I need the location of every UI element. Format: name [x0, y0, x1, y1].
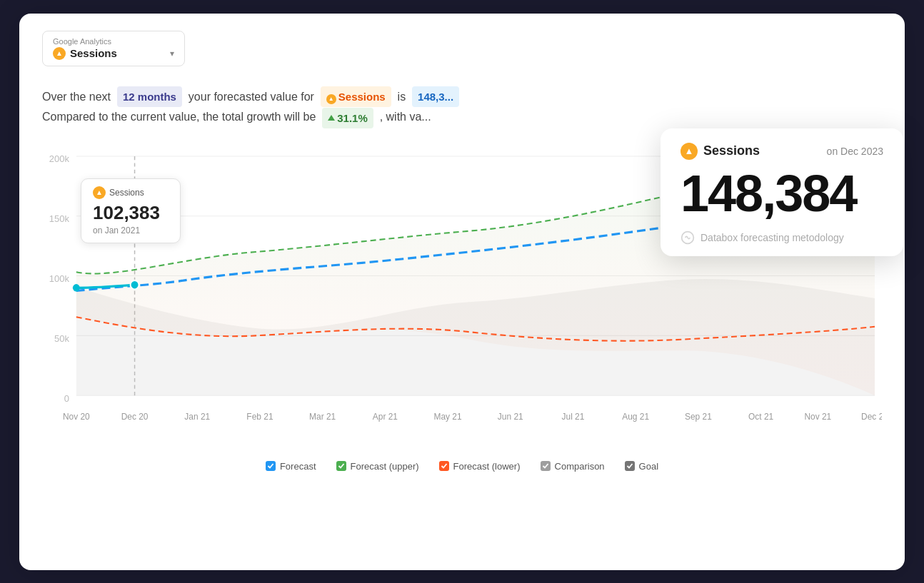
svg-text:Oct 21: Oct 21 [748, 411, 773, 421]
forecast-line1-is: is [398, 91, 406, 103]
svg-text:Sep 21: Sep 21 [685, 411, 712, 421]
forecast-line2-pre: Compared to the current value, the total… [42, 111, 316, 123]
forecast-line1-mid: your forecasted value for [189, 91, 314, 103]
legend-forecast-label: Forecast [280, 461, 316, 472]
svg-text:Feb 21: Feb 21 [246, 411, 273, 421]
forecast-value-pill: 148,3... [412, 86, 459, 107]
forecast-line1-pre: Over the next [42, 91, 111, 103]
svg-point-12 [73, 284, 80, 291]
tooltip-left: ▲ Sessions 102,383 on Jan 2021 [81, 178, 181, 243]
tooltip-right-header: ▲ Sessions on Dec 2023 [681, 143, 883, 160]
svg-text:Nov 21: Nov 21 [804, 411, 831, 421]
metric-dropdown[interactable]: Google Analytics ▲ Sessions ▾ [42, 31, 185, 66]
tooltip-right: ▲ Sessions on Dec 2023 148,384 Databox f… [661, 128, 903, 256]
svg-text:Dec 20: Dec 20 [121, 411, 149, 421]
svg-text:150k: 150k [49, 213, 69, 224]
metric-icon: ▲ [326, 94, 336, 104]
svg-text:100k: 100k [49, 273, 69, 283]
goal-checkbox[interactable] [625, 461, 635, 471]
svg-text:Mar 21: Mar 21 [309, 411, 336, 421]
methodology-icon [681, 230, 695, 245]
tooltip-right-value: 148,384 [681, 166, 883, 222]
legend-item-comparison: Comparison [541, 461, 605, 472]
legend-forecast-check [266, 461, 276, 471]
svg-text:Dec 21: Dec 21 [861, 411, 882, 421]
legend-comparison-label: Comparison [555, 461, 605, 472]
legend-item-lower: Forecast (lower) [439, 461, 521, 472]
growth-badge: 31.1% [322, 108, 373, 128]
legend-lower-label: Forecast (lower) [453, 461, 521, 472]
tooltip-right-date: on Dec 2023 [827, 146, 883, 157]
legend-goal-label: Goal [639, 461, 658, 472]
tooltip-right-footer: Databox forecasting metodology [681, 230, 883, 245]
upper-checkbox[interactable] [336, 461, 346, 471]
legend-upper-label: Forecast (upper) [351, 461, 419, 472]
svg-text:Jan 21: Jan 21 [184, 411, 210, 421]
tooltip-right-icon: ▲ [681, 143, 698, 160]
svg-text:Nov 20: Nov 20 [63, 411, 90, 421]
tooltip-left-value: 102,383 [93, 202, 169, 224]
metric-pill: ▲Sessions [321, 86, 391, 107]
svg-text:Jul 21: Jul 21 [562, 411, 585, 421]
svg-text:Aug 21: Aug 21 [622, 411, 649, 421]
chart-legend: Forecast Forecast (upper) Forecast (lowe… [42, 461, 882, 472]
legend-item-upper: Forecast (upper) [336, 461, 419, 472]
arrow-up-icon [328, 115, 335, 121]
tooltip-right-title: ▲ Sessions [681, 143, 760, 160]
legend-item-forecast: Forecast [266, 461, 316, 472]
forecast-text: Over the next 12 months your forecasted … [42, 86, 882, 128]
svg-text:200k: 200k [49, 153, 69, 164]
tooltip-left-date: on Jan 2021 [93, 225, 169, 235]
comparison-checkbox[interactable] [541, 461, 551, 471]
svg-text:50k: 50k [54, 333, 69, 343]
legend-item-goal: Goal [625, 461, 658, 472]
svg-text:Apr 21: Apr 21 [373, 411, 398, 421]
forecast-line2-post: , with va... [380, 111, 431, 123]
dropdown-sub: Google Analytics [53, 37, 174, 46]
dropdown-label: ▲ Sessions [53, 47, 117, 60]
svg-point-13 [131, 280, 139, 290]
chart-container: ▲ Sessions 102,383 on Jan 2021 ▲ Session… [42, 141, 882, 455]
svg-text:May 21: May 21 [433, 411, 461, 421]
ga-icon: ▲ [53, 47, 66, 60]
lower-checkbox[interactable] [439, 461, 449, 471]
period-pill: 12 months [117, 86, 182, 107]
tooltip-left-icon: ▲ [93, 186, 106, 199]
tooltip-left-title: ▲ Sessions [93, 186, 169, 199]
chevron-down-icon: ▾ [170, 49, 174, 59]
main-card: Google Analytics ▲ Sessions ▾ Over the n… [19, 14, 905, 570]
svg-text:Jun 21: Jun 21 [498, 411, 523, 421]
svg-text:0: 0 [64, 392, 69, 403]
forecast-checkbox[interactable] [266, 461, 276, 471]
